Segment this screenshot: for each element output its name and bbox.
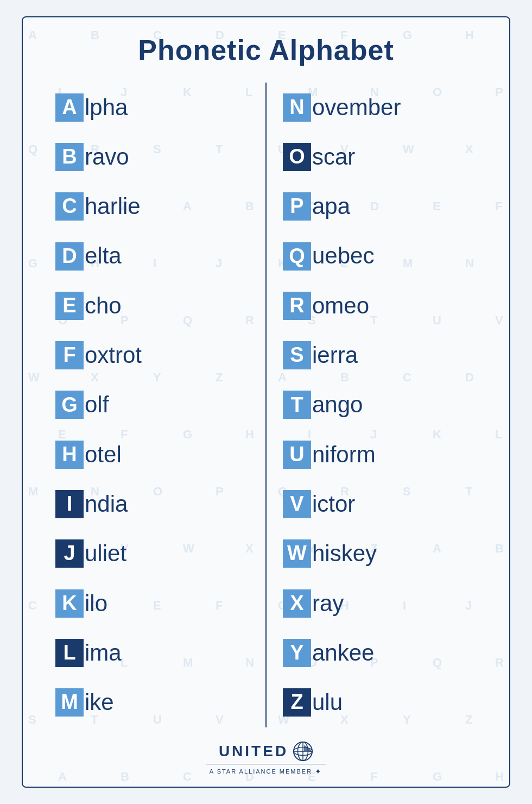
word-rest: niform bbox=[312, 442, 376, 467]
word-rest: apa bbox=[312, 194, 350, 219]
letter-box: A bbox=[55, 93, 84, 122]
word-rest: ike bbox=[85, 690, 114, 715]
list-item: November bbox=[283, 93, 477, 122]
list-item: Hotel bbox=[55, 441, 249, 469]
list-item: Alpha bbox=[55, 93, 249, 122]
star-icon: ✦ bbox=[315, 767, 322, 776]
list-item: Juliet bbox=[55, 539, 249, 568]
star-alliance-text: A STAR ALLIANCE MEMBER ✦ bbox=[206, 764, 326, 776]
letter-box: Z bbox=[283, 688, 311, 717]
word-rest: olf bbox=[85, 392, 109, 417]
list-item: India bbox=[55, 490, 249, 518]
letter-box: D bbox=[55, 242, 84, 271]
letter-box: F bbox=[55, 341, 84, 369]
main-card: // Generate watermark positions const wD… bbox=[22, 16, 510, 788]
word-rest: ray bbox=[312, 591, 344, 616]
word-rest: ndia bbox=[85, 492, 128, 517]
list-item: Golf bbox=[55, 391, 249, 419]
list-item: Zulu bbox=[283, 688, 477, 717]
list-item: Echo bbox=[55, 292, 249, 320]
word-rest: ravo bbox=[85, 145, 129, 169]
word-rest: oxtrot bbox=[85, 343, 142, 368]
letter-box: O bbox=[283, 143, 311, 171]
left-column: AlphaBravoCharlieDeltaEchoFoxtrotGolfHot… bbox=[45, 83, 267, 727]
word-rest: cho bbox=[85, 293, 122, 318]
page-title: Phonetic Alphabet bbox=[138, 34, 394, 66]
letter-box: N bbox=[283, 93, 311, 122]
right-column: NovemberOscarPapaQuebecRomeoSierraTangoU… bbox=[267, 83, 487, 727]
word-rest: harlie bbox=[85, 194, 141, 219]
list-item: Uniform bbox=[283, 441, 477, 469]
word-rest: ulu bbox=[312, 690, 343, 715]
letter-box: B bbox=[55, 143, 84, 171]
list-item: Victor bbox=[283, 490, 477, 518]
united-logo: UNITED bbox=[219, 741, 313, 762]
list-item: Whiskey bbox=[283, 539, 477, 568]
letter-box: C bbox=[55, 192, 84, 221]
letter-box: T bbox=[283, 391, 311, 419]
list-item: Foxtrot bbox=[55, 341, 249, 369]
list-item: Lima bbox=[55, 639, 249, 667]
letter-box: J bbox=[55, 539, 84, 568]
letter-box: M bbox=[55, 688, 84, 717]
letter-box: G bbox=[55, 391, 84, 419]
letter-box: U bbox=[283, 441, 311, 469]
letter-box: L bbox=[55, 639, 84, 667]
list-item: Yankee bbox=[283, 639, 477, 667]
list-item: Romeo bbox=[283, 292, 477, 320]
list-item: Papa bbox=[283, 192, 477, 221]
list-item: Bravo bbox=[55, 143, 249, 171]
list-item: Tango bbox=[283, 391, 477, 419]
letter-box: I bbox=[55, 490, 84, 518]
word-rest: otel bbox=[85, 442, 122, 467]
word-rest: ankee bbox=[312, 640, 374, 665]
word-rest: omeo bbox=[312, 293, 369, 318]
list-item: Sierra bbox=[283, 341, 477, 369]
word-rest: scar bbox=[312, 145, 355, 169]
tagline: A STAR ALLIANCE MEMBER bbox=[210, 768, 312, 775]
letter-box: E bbox=[55, 292, 84, 320]
word-rest: ilo bbox=[85, 591, 107, 616]
list-item: Delta bbox=[55, 242, 249, 271]
word-rest: ango bbox=[312, 392, 363, 417]
list-item: Charlie bbox=[55, 192, 249, 221]
word-rest: hiskey bbox=[312, 541, 377, 566]
footer: UNITED A STAR ALLIANCE MEMBER ✦ bbox=[206, 736, 326, 776]
word-rest: elta bbox=[85, 243, 122, 268]
letter-box: K bbox=[55, 589, 84, 618]
letter-box: V bbox=[283, 490, 311, 518]
letter-box: R bbox=[283, 292, 311, 320]
word-rest: uliet bbox=[85, 541, 126, 566]
list-item: Quebec bbox=[283, 242, 477, 271]
list-item: Xray bbox=[283, 589, 477, 618]
word-rest: ima bbox=[85, 640, 122, 665]
letter-box: Y bbox=[283, 639, 311, 667]
alphabet-grid: AlphaBravoCharlieDeltaEchoFoxtrotGolfHot… bbox=[45, 83, 487, 727]
word-rest: ierra bbox=[312, 343, 358, 368]
letter-box: Q bbox=[283, 242, 311, 271]
list-item: Oscar bbox=[283, 143, 477, 171]
brand-name: UNITED bbox=[219, 743, 288, 760]
word-rest: lpha bbox=[85, 95, 128, 120]
word-rest: uebec bbox=[312, 243, 374, 268]
letter-box: S bbox=[283, 341, 311, 369]
letter-box: H bbox=[55, 441, 84, 469]
word-rest: ictor bbox=[312, 492, 355, 517]
list-item: Kilo bbox=[55, 589, 249, 618]
letter-box: W bbox=[283, 539, 311, 568]
letter-box: X bbox=[283, 589, 311, 618]
globe-icon bbox=[293, 741, 313, 762]
word-rest: ovember bbox=[312, 95, 401, 120]
letter-box: P bbox=[283, 192, 311, 221]
list-item: Mike bbox=[55, 688, 249, 717]
